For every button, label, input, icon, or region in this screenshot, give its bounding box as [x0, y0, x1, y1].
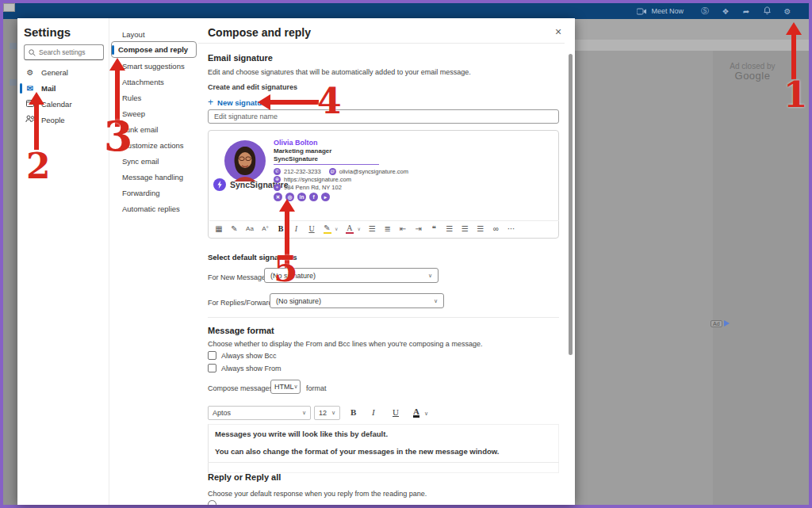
category-label: People [41, 116, 65, 124]
mail-envelope-icon: ✉ [25, 84, 35, 93]
email-signature-description: Edit and choose signatures that will be … [208, 68, 471, 76]
link-icon[interactable]: ∞ [492, 224, 500, 233]
signature-company: SyncSignature [274, 155, 318, 162]
more-options-icon[interactable]: ⋯ [508, 224, 515, 233]
chevron-down-icon: ∨ [294, 384, 298, 390]
plus-icon: + [208, 97, 213, 108]
skype-icon[interactable]: Ⓢ [695, 6, 715, 17]
nav-item-message-handling[interactable]: Message handling [119, 170, 198, 183]
highlight-icon[interactable]: ✎ [324, 223, 331, 234]
meet-now-button[interactable]: Meet Now [637, 7, 684, 15]
nav-item-rules[interactable]: Rules [119, 91, 198, 104]
always-show-from-checkbox[interactable] [208, 364, 216, 372]
always-show-bcc-checkbox[interactable] [208, 351, 216, 360]
signature-editor[interactable]: SyncSignature Olivia Bolton Marketing ma… [208, 130, 559, 239]
nav-item-automatic-replies[interactable]: Automatic replies [119, 202, 198, 215]
quote-icon[interactable]: ❝ [430, 224, 438, 233]
replies-signature-dropdown[interactable]: (No signature) ∨ [270, 293, 444, 308]
settings-gear-icon[interactable]: ⚙ [777, 7, 798, 16]
font-color-icon[interactable]: A [413, 407, 419, 418]
close-icon[interactable]: × [555, 26, 561, 37]
chevron-down-icon: ∨ [428, 273, 432, 279]
font-family-value: Aptos [213, 409, 231, 417]
nav-item-compose-and-reply[interactable]: Compose and reply [111, 41, 197, 58]
compose-messages-in-label: Compose messages in [208, 384, 281, 392]
video-camera-icon [637, 8, 647, 15]
outlook-top-bar: Meet Now Ⓢ ❖ ➦ ⚙ [3, 3, 809, 19]
app-launcher-icon[interactable] [3, 3, 15, 12]
dimmed-left-rail [3, 19, 17, 505]
linkedin-icon: in [297, 193, 306, 201]
adchoices-icon[interactable] [724, 320, 730, 327]
step4-arrow [270, 100, 319, 105]
dropdown-value: (No signature) [276, 297, 321, 305]
reply-heading: Reply or Reply all [208, 472, 281, 482]
settings-dialog-title: Settings [24, 25, 71, 39]
ad-badge[interactable]: Ad [710, 320, 722, 327]
step2-arrowhead [29, 92, 44, 105]
toolbar-divider [209, 220, 559, 221]
nav-item-layout[interactable]: Layout [119, 28, 198, 40]
chevron-down-icon[interactable]: ∨ [424, 411, 428, 417]
section-divider [208, 462, 559, 463]
underline-icon[interactable]: U [393, 407, 399, 417]
dimmed-rail-icon [10, 43, 17, 49]
nav-item-label: Compose and reply [118, 45, 188, 54]
indent-icon[interactable]: ⇥ [415, 224, 423, 233]
bold-icon[interactable]: B [277, 224, 285, 233]
signature-phone-row: ✆ 212-232-3233 @ olivia@syncsignature.co… [274, 168, 408, 175]
bold-icon[interactable]: B [350, 407, 356, 417]
align-left-icon[interactable]: ☰ [446, 224, 454, 233]
step3-number: 3 [104, 116, 132, 157]
signature-address-row: ⌖ 984 Penn Rd, NY 102 [274, 184, 342, 191]
format-painter-icon[interactable]: ✎ [231, 224, 239, 233]
align-center-icon[interactable]: ☰ [461, 224, 469, 233]
align-right-icon[interactable]: ☰ [477, 224, 485, 233]
compose-format-dropdown[interactable]: HTML ∨ [270, 380, 301, 394]
selected-nav-indicator [112, 45, 114, 55]
for-new-messages-label: For New Messages: [208, 273, 271, 281]
dimmed-toolbar-band [575, 19, 809, 40]
search-icon [29, 49, 36, 56]
font-family-dropdown[interactable]: Aptos ∨ [208, 406, 311, 420]
bullet-list-icon[interactable]: ☰ [368, 224, 376, 233]
teams-icon[interactable]: ❖ [715, 7, 736, 16]
message-format-heading: Message format [208, 326, 274, 335]
letter-case-icon[interactable]: Aa [246, 225, 254, 232]
send-later-icon[interactable]: ➦ [736, 7, 756, 16]
step1-arrow [791, 34, 796, 79]
insert-image-icon[interactable]: ▦ [215, 224, 223, 233]
outdent-icon[interactable]: ⇤ [399, 224, 407, 233]
signature-name-input[interactable] [208, 109, 559, 124]
create-signatures-label: Create and edit signatures [208, 83, 297, 91]
settings-category-general[interactable]: ⚙ General [21, 65, 109, 79]
nav-item-smart-suggestions[interactable]: Smart suggestions [119, 59, 198, 72]
underline-icon[interactable]: U [308, 224, 316, 233]
notifications-bell-icon[interactable] [756, 6, 777, 17]
step5-arrowhead [279, 199, 295, 212]
chevron-down-icon[interactable]: ∨ [335, 226, 338, 231]
reply-radio-button[interactable] [208, 500, 216, 505]
dialog-scrollbar[interactable] [569, 54, 573, 355]
italic-icon[interactable]: I [372, 407, 375, 417]
meet-now-label: Meet Now [651, 7, 684, 15]
chevron-down-icon: ∨ [331, 410, 335, 416]
font-color-icon[interactable]: A [346, 223, 354, 234]
step4-number: 4 [317, 84, 342, 119]
font-size-icon[interactable]: A° [262, 225, 270, 232]
step2-number: 2 [26, 149, 51, 184]
format-suffix-label: format [306, 384, 327, 392]
settings-search-input[interactable]: Search settings [24, 44, 104, 60]
italic-icon[interactable]: I [293, 224, 301, 233]
message-format-description: Choose whether to display the From and B… [208, 340, 482, 348]
editor-toolbar: ▦ ✎ Aa A° B I U ✎ ∨ A ∨ ☰ ≣ ⇤ ⇥ ❝ ☰ ☰ ☰ … [215, 223, 556, 234]
nav-item-forwarding[interactable]: Forwarding [119, 186, 198, 199]
page-title: Compose and reply [208, 26, 311, 39]
preview-line1: Messages you write will look like this b… [215, 430, 388, 438]
numbered-list-icon[interactable]: ≣ [384, 224, 392, 233]
font-size-dropdown[interactable]: 12 ∨ [314, 406, 340, 420]
nav-item-attachments[interactable]: Attachments [119, 75, 198, 88]
signature-phone: 212-232-3233 [284, 168, 321, 175]
step1-number: 1 [783, 78, 808, 113]
chevron-down-icon[interactable]: ∨ [357, 226, 360, 231]
